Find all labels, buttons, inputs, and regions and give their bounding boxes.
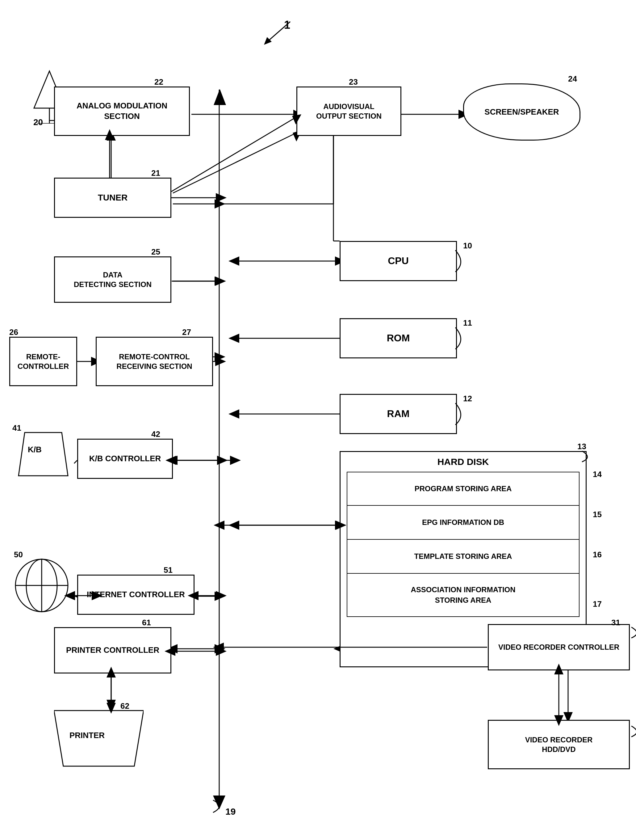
tuner-label: TUNER: [98, 192, 128, 203]
association-info-box: ASSOCIATION INFORMATION STORING AREA: [347, 574, 579, 617]
ref19-curve: [210, 797, 235, 816]
ref-50: 50: [14, 550, 23, 559]
data-detecting-box: DATA DETECTING SECTION: [54, 256, 172, 303]
epg-info-box: EPG INFORMATION DB: [347, 506, 579, 540]
ref-42: 42: [151, 429, 160, 439]
globe-icon: [13, 556, 71, 615]
cpu-box: CPU: [340, 241, 457, 281]
ref32-curve: [630, 723, 636, 738]
svg-marker-21: [214, 352, 225, 362]
ref13-curve: [581, 448, 596, 463]
svg-marker-67: [214, 521, 224, 530]
ref10-curve: [454, 247, 469, 275]
svg-marker-65: [217, 456, 228, 465]
svg-marker-11: [228, 256, 239, 266]
template-storing-box: TEMPLATE STORING AREA: [347, 540, 579, 574]
ref-20: 20: [33, 117, 43, 127]
audiovisual-output-box: AUDIOVISUAL OUTPUT SECTION: [296, 87, 401, 136]
ref-15: 15: [593, 510, 602, 519]
analog-modulation-label: ANALOG MODULATION SECTION: [77, 101, 167, 122]
ref-24: 24: [568, 74, 577, 84]
svg-line-86: [172, 117, 296, 191]
hard-disk-title: HARD DISK: [340, 452, 586, 472]
remote-controller-box: REMOTE- CONTROLLER: [9, 337, 77, 386]
ref-41: 41: [13, 423, 21, 433]
analog-modulation-box: ANALOG MODULATION SECTION: [54, 87, 190, 136]
internet-controller-label: INTERNET CONTROLLER: [87, 589, 185, 600]
rom-label: ROM: [387, 332, 410, 345]
cpu-label: CPU: [388, 254, 409, 268]
ref-23: 23: [349, 77, 358, 87]
epg-info-label: EPG INFORMATION DB: [422, 518, 504, 527]
svg-marker-33: [214, 644, 225, 654]
svg-marker-13: [228, 334, 239, 343]
svg-marker-7: [214, 199, 225, 208]
ref-25: 25: [151, 247, 160, 257]
svg-marker-30: [214, 592, 225, 601]
ref-16: 16: [593, 550, 602, 559]
video-recorder-controller-box: VIDEO RECORDER CONTROLLER: [488, 624, 630, 670]
svg-line-8: [173, 133, 296, 193]
svg-marker-94: [216, 647, 227, 656]
remote-controller-label: REMOTE- CONTROLLER: [17, 352, 69, 371]
svg-marker-91: [216, 591, 227, 600]
ref12-curve: [454, 400, 469, 428]
association-info-label: ASSOCIATION INFORMATION STORING AREA: [411, 584, 515, 605]
diagram: 1 20 ANALOG MODULATION SECTION 22 AUDIOV…: [0, 0, 636, 840]
svg-marker-72: [215, 357, 226, 366]
svg-line-62: [74, 460, 77, 463]
ref-61: 61: [142, 618, 151, 627]
ref-31: 31: [611, 618, 620, 627]
kb-label: K/B: [28, 445, 42, 455]
internet-controller-box: INTERNET CONTROLLER: [77, 575, 195, 615]
kb-shape: [13, 429, 74, 479]
svg-marker-15: [228, 409, 239, 418]
printer-controller-label: PRINTER CONTROLLER: [66, 645, 159, 655]
remote-control-receiving-box: REMOTE-CONTROL RECEIVING SECTION: [96, 337, 213, 386]
kb-controller-label: K/B CONTROLLER: [89, 453, 161, 464]
data-detecting-label: DATA DETECTING SECTION: [74, 270, 151, 289]
template-storing-label: TEMPLATE STORING AREA: [414, 552, 512, 561]
kb-controller-box: K/B CONTROLLER: [77, 439, 173, 479]
ref-27: 27: [182, 327, 191, 337]
ram-label: RAM: [387, 407, 410, 420]
program-storing-label: PROGRAM STORING AREA: [415, 485, 512, 493]
remote-control-receiving-label: REMOTE-CONTROL RECEIVING SECTION: [116, 352, 192, 371]
screen-speaker-label: SCREEN/SPEAKER: [485, 107, 559, 117]
ref-14: 14: [593, 470, 602, 479]
svg-marker-74: [213, 643, 224, 652]
svg-marker-85: [216, 193, 227, 202]
ram-box: RAM: [340, 394, 457, 434]
svg-marker-52: [264, 37, 272, 45]
svg-marker-26: [228, 521, 239, 530]
ref-22: 22: [154, 77, 163, 87]
ref31-curve: [630, 624, 636, 639]
video-recorder-hdd-label: VIDEO RECORDER HDD/DVD: [525, 735, 593, 754]
ref1-arrow: [241, 16, 302, 46]
svg-marker-70: [215, 276, 226, 286]
svg-marker-88: [214, 89, 226, 105]
printer-controller-box: PRINTER CONTROLLER: [54, 627, 172, 674]
program-storing-box: PROGRAM STORING AREA: [347, 472, 579, 506]
tuner-box: TUNER: [54, 178, 172, 218]
ref-51: 51: [164, 565, 173, 575]
svg-marker-17: [214, 276, 225, 286]
screen-speaker-box: SCREEN/SPEAKER: [463, 84, 581, 141]
ref-21: 21: [151, 168, 160, 178]
rom-box: ROM: [340, 318, 457, 358]
ref-26: 26: [9, 327, 18, 337]
video-recorder-controller-label: VIDEO RECORDER CONTROLLER: [498, 642, 619, 652]
ref11-curve: [454, 324, 469, 352]
video-recorder-hdd-box: VIDEO RECORDER HDD/DVD: [488, 720, 630, 769]
printer-label: PRINTER: [69, 731, 105, 740]
svg-marker-56: [19, 433, 68, 476]
ref-62: 62: [120, 701, 129, 711]
audiovisual-output-label: AUDIOVISUAL OUTPUT SECTION: [316, 102, 382, 121]
ref-17: 17: [593, 599, 602, 609]
svg-marker-24: [230, 456, 241, 465]
